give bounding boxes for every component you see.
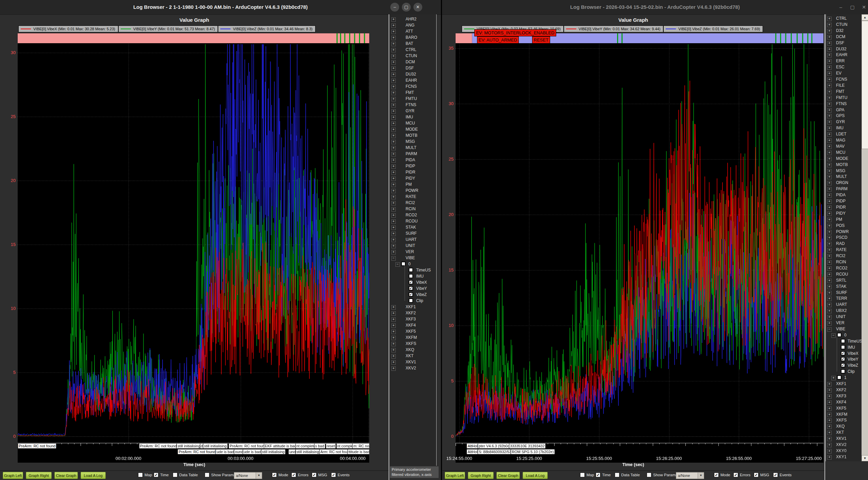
tree-field-checkbox[interactable]: ✓ [841, 363, 845, 367]
checkbox-msg[interactable]: ✓MSG [754, 473, 769, 477]
tree-row[interactable]: +XKF4 [390, 322, 436, 329]
checkbox-box[interactable]: ✓ [331, 473, 336, 477]
checkbox-box[interactable]: ✓ [291, 473, 296, 477]
checkbox-msg[interactable]: ✓MSG [312, 473, 327, 477]
tree-row[interactable]: +PIDP [390, 163, 436, 169]
tree-row[interactable]: +FTNS [390, 102, 436, 108]
tree-expander-icon[interactable]: + [827, 272, 832, 277]
tree-expander-icon[interactable]: + [827, 145, 832, 149]
graph-canvas[interactable] [456, 33, 823, 463]
checkbox-errors[interactable]: ✓Errors [733, 473, 750, 477]
tree-row[interactable]: +FMT [390, 90, 436, 96]
tree-expander-icon[interactable]: + [391, 158, 396, 163]
scroll-up-icon[interactable]: ▲ [862, 14, 868, 20]
tree-expander-icon[interactable]: + [827, 400, 832, 405]
graph-left-button[interactable]: Graph Left [3, 472, 23, 479]
tree-expander-icon[interactable]: + [391, 128, 396, 132]
checkbox-show-params[interactable]: Show Params [205, 473, 236, 477]
checkbox-time[interactable]: ✓Time [596, 473, 611, 477]
tree-row[interactable]: +PIDA [390, 157, 436, 163]
tree-expander-icon[interactable]: + [827, 35, 832, 39]
tree-expander-icon[interactable]: + [391, 213, 396, 218]
tree-expander-icon[interactable]: + [391, 17, 396, 22]
checkbox-box[interactable] [173, 473, 177, 477]
tree-expander-icon[interactable]: + [827, 297, 832, 301]
tree-field-checkbox[interactable] [841, 339, 845, 343]
tree-expander-icon[interactable]: + [391, 219, 396, 224]
tree-expander-icon[interactable]: + [391, 134, 396, 138]
tree-row[interactable]: +GYR [390, 108, 436, 114]
tree-checkbox[interactable] [837, 375, 841, 380]
tree-row[interactable]: +FMTU [390, 96, 436, 102]
legend-entry-2[interactable]: VIBE[0].VibeZ (Min: 0.01 Max: 34.46 Mean… [218, 26, 316, 32]
tree-expander-icon[interactable]: + [391, 354, 396, 359]
tree-row[interactable]: +XKV2 [390, 365, 436, 371]
tree-expander-icon[interactable]: + [391, 324, 396, 328]
tree-row[interactable]: +PARM [390, 151, 436, 157]
tree-row[interactable]: +STAK [390, 225, 436, 231]
tree-expander-icon[interactable]: − [827, 327, 832, 332]
tree-row[interactable]: +DSF [390, 65, 436, 71]
tree-expander-icon[interactable]: + [827, 108, 832, 113]
tree-expander-icon[interactable]: + [391, 201, 396, 205]
load-a-log-button[interactable]: Load A Log [81, 472, 106, 479]
tree-expander-icon[interactable]: + [391, 146, 396, 150]
tree-expander-icon[interactable]: + [827, 309, 832, 313]
tree-expander-icon[interactable]: + [391, 91, 396, 95]
tree-row[interactable]: ✓VibeY [390, 286, 436, 292]
checkbox-box[interactable]: ✓ [596, 473, 600, 477]
tree-expander-icon[interactable]: + [391, 330, 396, 334]
tree-expander-icon[interactable]: + [391, 360, 396, 365]
scroll-down-icon[interactable]: ▼ [862, 455, 868, 461]
checkbox-show-params[interactable]: Show Params [647, 473, 678, 477]
panel-splitter[interactable] [824, 14, 825, 480]
scrollbar-thumb[interactable] [862, 21, 868, 149]
tree-expander-icon[interactable]: + [391, 103, 396, 107]
tree-row[interactable]: +MOTB [390, 133, 436, 139]
tree-expander-icon[interactable]: + [827, 157, 832, 161]
checkbox-box[interactable] [205, 473, 209, 477]
tree-expander-icon[interactable]: + [827, 455, 832, 460]
tree-checkbox[interactable] [837, 333, 841, 337]
graph-right-button[interactable]: Graph Right [468, 472, 494, 479]
tree-scrollbar[interactable]: ▲▼ [862, 14, 868, 461]
titlebar[interactable]: Log Browser - 2 1-1-1980 1-00-00 AM.bin … [0, 0, 441, 15]
tree-expander-icon[interactable]: + [827, 41, 832, 46]
tree-row[interactable]: +MULT [390, 145, 436, 151]
tree-expander-icon[interactable]: + [391, 164, 396, 169]
tree-expander-icon[interactable]: + [827, 17, 832, 21]
tree-expander-icon[interactable]: + [827, 218, 832, 222]
tree-expander-icon[interactable]: + [391, 195, 396, 199]
tree-row[interactable]: +DU32 [390, 71, 436, 78]
tree-field-checkbox[interactable] [409, 268, 413, 272]
tree-row[interactable]: +CTUN [390, 53, 436, 59]
graph-left-button[interactable]: Graph Left [445, 472, 465, 479]
tree-expander-icon[interactable]: + [391, 305, 396, 310]
tree-expander-icon[interactable]: + [827, 291, 832, 295]
tree-row[interactable]: +RCIN [390, 206, 436, 212]
legend-entry-1[interactable]: VIBE[0].VibeY (Min: 0.01 Max: 34.62 Mean… [564, 26, 664, 32]
tree-expander-icon[interactable]: + [827, 260, 832, 265]
tree-expander-icon[interactable]: + [827, 242, 832, 246]
tree-row[interactable]: −VIBE [390, 255, 436, 261]
tree-expander-icon[interactable]: + [391, 189, 396, 193]
checkbox-errors[interactable]: ✓Errors [291, 473, 308, 477]
tree-row[interactable]: −0 [390, 261, 436, 267]
tree-row[interactable]: +XKFS [390, 341, 436, 347]
tree-row[interactable]: +SURF [390, 231, 436, 237]
checkbox-events[interactable]: ✓Events [331, 473, 350, 477]
checkbox-box[interactable] [138, 473, 143, 477]
close-button[interactable]: ✕ [413, 3, 422, 12]
load-a-log-button[interactable]: Load A Log [523, 472, 548, 479]
tree-field-checkbox[interactable] [409, 274, 413, 278]
tree-expander-icon[interactable]: + [391, 30, 396, 34]
tree-row[interactable]: +UART [390, 237, 436, 243]
tree-expander-icon[interactable]: + [391, 97, 396, 101]
tree-expander-icon[interactable]: + [391, 23, 396, 28]
checkbox-events[interactable]: ✓Events [773, 473, 792, 477]
tree-expander-icon[interactable]: − [391, 256, 396, 261]
tree-row[interactable]: +AHR2 [390, 16, 436, 22]
tree-expander-icon[interactable]: + [827, 102, 832, 106]
tree-expander-icon[interactable]: + [827, 321, 832, 326]
tree-expander-icon[interactable]: + [391, 348, 396, 352]
